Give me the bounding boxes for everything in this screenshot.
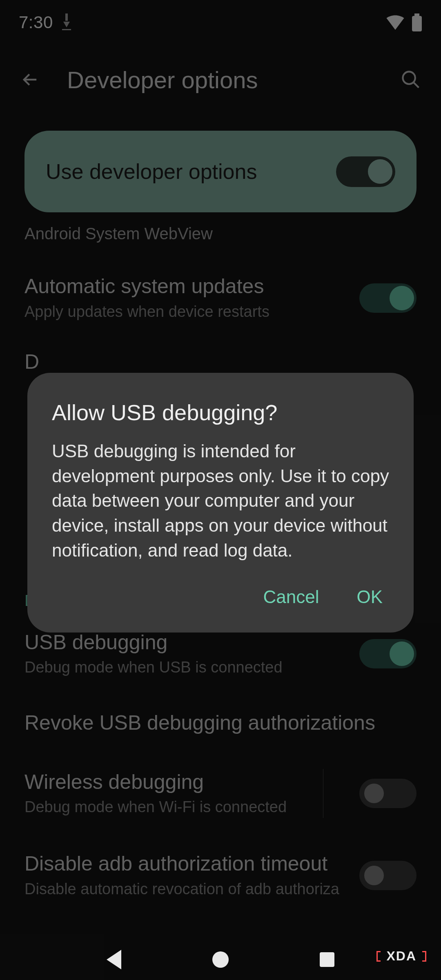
dialog-actions: Cancel OK xyxy=(52,579,389,615)
cancel-button[interactable]: Cancel xyxy=(259,579,323,615)
nav-recent-icon[interactable] xyxy=(320,952,334,967)
usb-debugging-dialog: Allow USB debugging? USB debugging is in… xyxy=(27,373,414,633)
nav-back-icon[interactable] xyxy=(107,950,121,969)
dialog-body: USB debugging is intended for developmen… xyxy=(52,439,389,563)
ok-button[interactable]: OK xyxy=(352,579,387,615)
watermark-text: XDA xyxy=(386,949,416,964)
navigation-bar xyxy=(0,939,441,980)
watermark: XDA xyxy=(376,949,426,964)
dialog-title: Allow USB debugging? xyxy=(52,400,389,425)
nav-home-icon[interactable] xyxy=(212,951,229,968)
